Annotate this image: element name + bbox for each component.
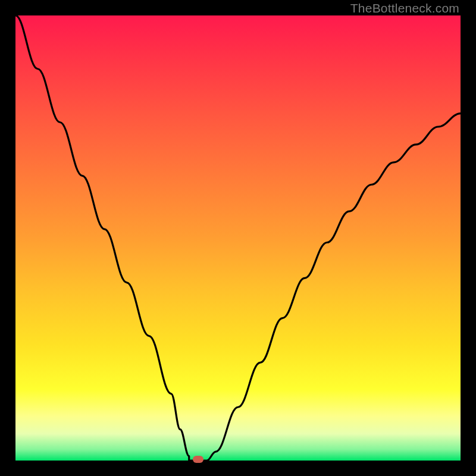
- bottleneck-curve: [15, 15, 461, 461]
- optimal-marker: [193, 456, 203, 463]
- watermark-text: TheBottleneck.com: [350, 1, 459, 15]
- curve-svg: [15, 15, 461, 461]
- plot-area: [15, 15, 461, 461]
- chart-frame: TheBottleneck.com: [0, 0, 476, 476]
